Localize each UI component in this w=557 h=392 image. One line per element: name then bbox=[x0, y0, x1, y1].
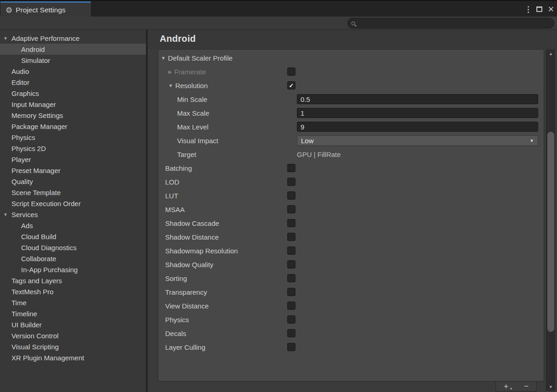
shadow-cascade-checkbox[interactable]: ✓ bbox=[287, 219, 295, 227]
sidebar-item-preset-manager[interactable]: Preset Manager bbox=[0, 165, 146, 176]
resolution-checkbox[interactable]: ✓ bbox=[287, 81, 295, 90]
msaa-checkbox[interactable]: ✓ bbox=[287, 205, 295, 213]
chevron-down-icon: ▼ bbox=[510, 387, 512, 390]
max-scale-field[interactable] bbox=[297, 108, 538, 118]
row-label: LOD bbox=[165, 178, 179, 186]
sidebar-item-cloud-diagnostics[interactable]: Cloud Diagnostics bbox=[0, 242, 146, 253]
row-shadow-quality: Shadow Quality ✓ bbox=[158, 258, 544, 271]
row-label: Max Level bbox=[177, 123, 208, 131]
sidebar-item-ui-builder[interactable]: UI Builder bbox=[0, 319, 146, 330]
sidebar-item-cloud-build[interactable]: Cloud Build bbox=[0, 231, 146, 242]
shadow-distance-checkbox[interactable]: ✓ bbox=[287, 233, 295, 241]
sidebar-item-xr-plugin-management[interactable]: XR Plugin Management bbox=[0, 352, 146, 363]
row-shadow-distance: Shadow Distance ✓ bbox=[158, 230, 544, 244]
sidebar-item-services[interactable]: ▼ Services bbox=[0, 209, 146, 220]
maximize-icon[interactable] bbox=[536, 6, 542, 12]
scroll-up-icon[interactable]: ▲ bbox=[546, 51, 555, 56]
sidebar-item-physics-2d[interactable]: Physics 2D bbox=[0, 143, 146, 154]
project-settings-window: ⚙ Project Settings ⋮ ✕ ▼ Adaptive Perfor… bbox=[0, 0, 557, 392]
sidebar-item-label: Cloud Build bbox=[0, 233, 56, 241]
foldout-framerate[interactable]: ▶ Framerate bbox=[158, 68, 287, 76]
layer-culling-checkbox[interactable]: ✓ bbox=[287, 343, 295, 351]
batching-checkbox[interactable]: ✓ bbox=[287, 164, 295, 172]
sidebar-item-label: Simulator bbox=[0, 56, 50, 64]
max-level-field[interactable] bbox=[297, 122, 538, 132]
foldout-expanded-icon: ▼ bbox=[168, 83, 173, 88]
sidebar-item-physics[interactable]: Physics bbox=[0, 132, 146, 143]
tab-project-settings[interactable]: ⚙ Project Settings bbox=[0, 1, 91, 17]
sidebar-item-time[interactable]: Time bbox=[0, 297, 146, 308]
transparency-checkbox[interactable]: ✓ bbox=[287, 288, 295, 296]
sidebar-item-label: Timeline bbox=[0, 310, 37, 318]
foldout-resolution[interactable]: ▼ Resolution bbox=[158, 82, 287, 90]
gear-icon: ⚙ bbox=[6, 6, 12, 14]
sidebar-item-label: Script Execution Order bbox=[0, 200, 81, 207]
row-sorting: Sorting ✓ bbox=[158, 271, 544, 285]
tab-title: Project Settings bbox=[16, 6, 66, 14]
sidebar-item-textmesh-pro[interactable]: TextMesh Pro bbox=[0, 286, 146, 297]
visual-impact-dropdown[interactable]: Low ▼ bbox=[297, 135, 538, 146]
sidebar-item-script-execution-order[interactable]: Script Execution Order bbox=[0, 198, 146, 209]
search-box[interactable] bbox=[347, 18, 554, 28]
sidebar-item-label: Adaptive Performance bbox=[0, 34, 79, 42]
sidebar-item-input-manager[interactable]: Input Manager bbox=[0, 99, 146, 110]
sidebar-item-label: Physics 2D bbox=[0, 145, 46, 152]
sidebar-item-android[interactable]: Android bbox=[0, 44, 146, 55]
foldout-expanded-icon[interactable]: ▼ bbox=[3, 212, 8, 217]
sidebar-item-simulator[interactable]: Simulator bbox=[0, 55, 146, 66]
sidebar-item-memory-settings[interactable]: Memory Settings bbox=[0, 110, 146, 121]
row-label: Target bbox=[177, 151, 196, 158]
sidebar-item-label: Editor bbox=[0, 78, 29, 86]
sidebar-item-package-manager[interactable]: Package Manager bbox=[0, 121, 146, 132]
row-layer-culling: Layer Culling ✓ bbox=[158, 340, 544, 354]
sidebar-item-visual-scripting[interactable]: Visual Scripting bbox=[0, 341, 146, 352]
sidebar-item-in-app-purchasing[interactable]: In-App Purchasing bbox=[0, 264, 146, 275]
sorting-checkbox[interactable]: ✓ bbox=[287, 274, 295, 282]
add-button[interactable]: + ▼ bbox=[496, 381, 516, 391]
foldout-expanded-icon: ▼ bbox=[161, 56, 166, 61]
decals-checkbox[interactable]: ✓ bbox=[287, 329, 295, 337]
search-input[interactable] bbox=[355, 20, 554, 27]
sidebar-item-label: Collaborate bbox=[0, 255, 56, 263]
vertical-scrollbar[interactable]: ▲ ▼ bbox=[546, 49, 555, 391]
foldout-default-scaler-profile[interactable]: ▼ Default Scaler Profile bbox=[158, 54, 287, 62]
sidebar-item-collaborate[interactable]: Collaborate bbox=[0, 253, 146, 264]
close-icon[interactable]: ✕ bbox=[548, 6, 554, 13]
checkmark-icon: ✓ bbox=[289, 83, 294, 89]
sidebar-item-tags-and-layers[interactable]: Tags and Layers bbox=[0, 275, 146, 286]
foldout-expanded-icon[interactable]: ▼ bbox=[3, 36, 8, 41]
shadow-quality-checkbox[interactable]: ✓ bbox=[287, 260, 295, 269]
sidebar-item-label: Graphics bbox=[0, 90, 39, 97]
scroll-down-icon[interactable]: ▼ bbox=[546, 385, 555, 389]
dropdown-value: Low bbox=[301, 137, 314, 145]
remove-button[interactable]: − bbox=[516, 381, 536, 391]
framerate-checkbox[interactable]: ✓ bbox=[287, 67, 295, 76]
sidebar-item-graphics[interactable]: Graphics bbox=[0, 88, 146, 99]
target-value: GPU | FillRate bbox=[297, 151, 341, 158]
sidebar-item-player[interactable]: Player bbox=[0, 154, 146, 165]
sidebar-item-scene-template[interactable]: Scene Template bbox=[0, 187, 146, 198]
min-scale-field[interactable] bbox=[297, 94, 538, 104]
window-menu-icon[interactable]: ⋮ bbox=[524, 6, 531, 13]
sidebar-item-version-control[interactable]: Version Control bbox=[0, 330, 146, 341]
scrollbar-thumb[interactable] bbox=[547, 132, 554, 332]
lut-checkbox[interactable]: ✓ bbox=[287, 191, 295, 200]
view-distance-checkbox[interactable]: ✓ bbox=[287, 302, 295, 310]
shadowmap-resolution-checkbox[interactable]: ✓ bbox=[287, 246, 295, 255]
row-max-level: Max Level bbox=[158, 120, 544, 134]
sidebar-item-quality[interactable]: Quality bbox=[0, 176, 146, 187]
row-label: Resolution bbox=[175, 82, 208, 90]
sidebar-item-label: Player bbox=[0, 156, 31, 163]
physics-checkbox[interactable]: ✓ bbox=[287, 315, 295, 324]
sidebar-item-editor[interactable]: Editor bbox=[0, 77, 146, 88]
sidebar-item-ads[interactable]: Ads bbox=[0, 220, 146, 231]
sidebar-item-adaptive-performance[interactable]: ▼ Adaptive Performance bbox=[0, 33, 146, 44]
row-transparency: Transparency ✓ bbox=[158, 285, 544, 299]
title-bar: ⚙ Project Settings ⋮ ✕ bbox=[0, 0, 557, 17]
sidebar-item-audio[interactable]: Audio bbox=[0, 66, 146, 77]
sidebar-item-timeline[interactable]: Timeline bbox=[0, 308, 146, 319]
body: ▼ Adaptive Performance Android Simulator… bbox=[0, 30, 557, 392]
sidebar-item-label: Cloud Diagnostics bbox=[0, 244, 77, 252]
lod-checkbox[interactable]: ✓ bbox=[287, 178, 295, 186]
sidebar-item-label: Memory Settings bbox=[0, 112, 63, 119]
